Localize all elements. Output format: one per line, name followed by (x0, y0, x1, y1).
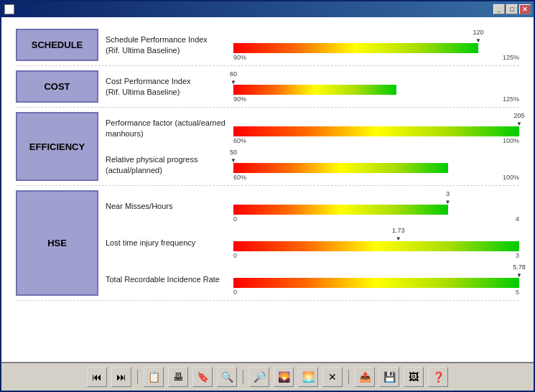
metric-label-hse-0: Near Misses/Hours (106, 201, 228, 211)
metric-row-hse-0: Near Misses/Hours3▼04 (106, 190, 519, 223)
window-controls: _ □ ✕ (493, 4, 531, 14)
bar-container-efficiency-1: 50▼60%100% (233, 149, 519, 181)
bar-fill-efficiency-0 (233, 126, 519, 136)
metric-row-cost-0: Cost Performance Index(Rif. Ultima Basel… (106, 70, 519, 103)
category-label-cost: COST (16, 70, 98, 103)
chart-area: SCHEDULESchedule Performance Index(Rif. … (1, 17, 534, 362)
bar-track-efficiency-0 (233, 126, 519, 136)
bar-track-efficiency-1 (233, 163, 519, 173)
print-button[interactable]: 🖶 (168, 367, 188, 387)
metric-row-hse-2: Total Recordable Incidence Rate5.78▼05 (106, 263, 519, 296)
minimize-button[interactable]: _ (493, 4, 505, 14)
bar-fill-hse-2 (233, 278, 519, 288)
save-button[interactable]: 💾 (379, 367, 399, 387)
metrics-col-cost: Cost Performance Index(Rif. Ultima Basel… (98, 70, 519, 103)
category-row-hse: HSENear Misses/Hours3▼04Lost time injury… (16, 186, 519, 301)
bar-scale-hse-1: 03 (233, 252, 519, 259)
bar-scale-efficiency-0: 60%100% (233, 137, 519, 144)
fullscreen-button[interactable]: 🖼 (404, 367, 424, 387)
bar-scale-schedule-0: 90%125% (233, 54, 519, 61)
metric-row-hse-1: Lost time injury frequency1.73▼03 (106, 227, 519, 259)
metric-label-efficiency-1: Relative physical progress (actual/plann… (106, 154, 228, 175)
slide1-button[interactable]: 🌄 (274, 367, 294, 387)
category-row-efficiency: EFFICIENCYPerformance factor (actual/ear… (16, 108, 519, 186)
metrics-col-hse: Near Misses/Hours3▼04Lost time injury fr… (98, 190, 519, 296)
delete-button[interactable]: ✕ (322, 367, 343, 387)
open-button[interactable]: 📋 (144, 367, 164, 387)
close-button[interactable]: ✕ (519, 4, 531, 14)
bar-track-hse-1 (233, 241, 519, 251)
category-label-efficiency: EFFICIENCY (16, 112, 98, 181)
first-button[interactable]: ⏮ (87, 367, 107, 387)
bar-scale-cost-0: 90%125% (233, 95, 519, 103)
bar-container-efficiency-0: 205▼60%100% (233, 112, 519, 144)
category-row-schedule: SCHEDULESchedule Performance Index(Rif. … (16, 24, 519, 66)
metrics-col-schedule: Schedule Performance Index(Rif. Ultima B… (98, 29, 519, 61)
taskbar: ⏮⏭📋🖶🔖🔍🔎🌄🌅✕📤💾🖼❓ (1, 362, 534, 391)
metric-label-hse-1: Lost time injury frequency (106, 238, 228, 248)
category-row-cost: COSTCost Performance Index(Rif. Ultima B… (16, 66, 519, 108)
bar-container-schedule-0: 120▼90%125% (233, 29, 519, 61)
bar-container-hse-2: 5.78▼05 (233, 263, 519, 296)
bar-fill-cost-0 (233, 85, 396, 95)
help-button[interactable]: ❓ (428, 367, 448, 387)
taskbar-separator-5 (243, 370, 243, 384)
bar-fill-efficiency-1 (233, 163, 448, 173)
bookmark-button[interactable]: 🔖 (192, 367, 213, 387)
bar-track-hse-2 (233, 278, 519, 288)
metrics-col-efficiency: Performance factor (actual/earned manhou… (98, 112, 519, 181)
bar-fill-schedule-0 (233, 43, 478, 53)
bar-container-hse-1: 1.73▼03 (233, 227, 519, 259)
taskbar-separator-9 (348, 370, 349, 384)
content-area: SCHEDULESchedule Performance Index(Rif. … (1, 17, 534, 391)
bar-fill-hse-0 (233, 205, 448, 215)
bar-track-hse-0 (233, 205, 519, 215)
category-label-hse: HSE (16, 190, 98, 296)
category-label-schedule: SCHEDULE (16, 29, 98, 61)
bar-container-hse-0: 3▼04 (233, 190, 519, 223)
bar-scale-hse-2: 05 (233, 289, 519, 296)
maximize-button[interactable]: □ (506, 4, 518, 14)
bar-scale-efficiency-1: 60%100% (233, 174, 519, 181)
title-bar: _ □ ✕ (1, 1, 534, 17)
metric-label-cost-0: Cost Performance Index(Rif. Ultima Basel… (106, 76, 228, 97)
window: _ □ ✕ SCHEDULESchedule Performance Index… (0, 0, 535, 392)
bar-scale-hse-0: 04 (233, 215, 519, 223)
slide2-button[interactable]: 🌅 (298, 367, 318, 387)
bar-fill-hse-1 (233, 241, 519, 251)
zoom-in-button[interactable]: 🔍 (217, 367, 237, 387)
metric-label-efficiency-0: Performance factor (actual/earned manhou… (106, 118, 228, 139)
taskbar-separator-1 (137, 370, 138, 384)
zoom-out-button[interactable]: 🔎 (249, 367, 269, 387)
bar-track-schedule-0 (233, 43, 519, 53)
bar-container-cost-0: 60▼90%125% (233, 70, 519, 103)
export-button[interactable]: 📤 (355, 367, 375, 387)
last-button[interactable]: ⏭ (111, 367, 131, 387)
app-icon (4, 4, 14, 14)
bar-track-cost-0 (233, 85, 519, 95)
metric-label-schedule-0: Schedule Performance Index(Rif. Ultima B… (106, 34, 228, 55)
metric-row-efficiency-0: Performance factor (actual/earned manhou… (106, 112, 519, 144)
metric-label-hse-2: Total Recordable Incidence Rate (106, 274, 228, 284)
metric-row-schedule-0: Schedule Performance Index(Rif. Ultima B… (106, 29, 519, 61)
metric-row-efficiency-1: Relative physical progress (actual/plann… (106, 149, 519, 181)
